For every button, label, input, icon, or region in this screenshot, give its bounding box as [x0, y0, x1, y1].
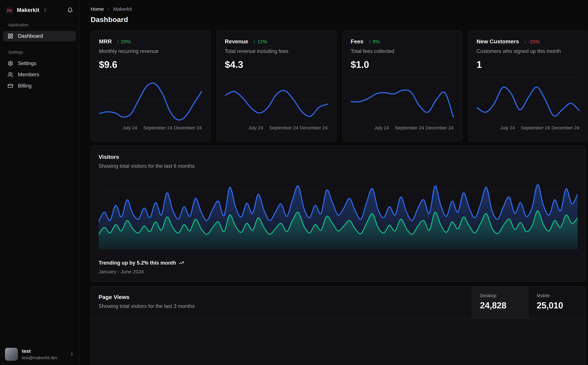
bell-icon[interactable]: [67, 7, 73, 13]
sidebar-item-label: Members: [18, 72, 39, 77]
workspace-selector[interactable]: m Makerkit: [6, 6, 47, 14]
stat-card-mrr: MRR ↑20% Monthly recurring revenue $9.6 …: [91, 30, 211, 141]
visitors-area-chart: [99, 174, 578, 249]
trend-badge: ↓-25%: [524, 39, 540, 44]
tab-desktop[interactable]: Desktop 24,828: [472, 287, 528, 319]
settings-icon: [8, 61, 13, 66]
fees-sparkline-chart: [351, 77, 454, 123]
x-axis-labels: July 24September 24December 24: [225, 125, 328, 131]
sidebar-item-label: Billing: [18, 83, 32, 89]
sidebar-item-members[interactable]: Members: [3, 70, 76, 80]
breadcrumb-current: Makerkit: [113, 6, 132, 12]
users-icon: [8, 72, 13, 77]
x-axis-labels: July 24September 24December 24: [351, 125, 454, 131]
sidebar-nav: Application Dashboard Settings Settings …: [0, 22, 79, 91]
main-content: Home Makerkit Dashboard MRR ↑20% Monthly…: [79, 0, 588, 365]
stat-title: Fees: [351, 38, 364, 45]
stat-card-fees: Fees ↑9% Total fees collected $1.0 July …: [342, 30, 462, 141]
stat-subtitle: Customers who signed up this month: [477, 48, 580, 54]
stat-subtitle: Monthly recurring revenue: [99, 48, 202, 54]
visitors-footer-range: January - June 2024: [99, 269, 578, 274]
tab-label: Mobile: [537, 293, 577, 298]
visitors-card: Visitors Showing total visitors for the …: [91, 146, 586, 282]
sidebar-item-label: Settings: [18, 60, 36, 66]
avatar: [5, 348, 18, 361]
sidebar: m Makerkit Application Dashboard Setting…: [0, 0, 79, 365]
layout-dashboard-icon: [8, 33, 13, 39]
chevron-right-icon: [106, 7, 111, 11]
x-axis-tick: July 24: [374, 125, 389, 131]
sidebar-item-settings[interactable]: Settings: [3, 58, 76, 69]
x-axis-tick: July 24: [500, 125, 515, 131]
x-axis-tick: July 24: [123, 125, 137, 131]
x-axis-tick: July 24: [249, 125, 263, 131]
chevrons-up-down-icon: [70, 352, 74, 356]
stat-value: 1: [477, 59, 580, 70]
stat-subtitle: Total fees collected: [351, 48, 454, 54]
tab-label: Desktop: [480, 293, 520, 298]
visitors-footer-title: Trending up by 5.2% this month: [99, 260, 176, 266]
section-label-application: Application: [0, 22, 79, 27]
x-axis-tick: September 24: [143, 125, 172, 131]
trend-badge: ↑20%: [117, 39, 131, 44]
stat-card-revenue: Revenue ↑12% Total revenue including fee…: [216, 30, 336, 141]
arrow-down-icon: ↓: [524, 39, 526, 44]
x-axis-labels: July 24September 24December 24: [477, 125, 580, 131]
stat-cards-row: MRR ↑20% Monthly recurring revenue $9.6 …: [91, 30, 586, 141]
page-views-title: Page Views: [99, 294, 195, 300]
arrow-up-icon: ↑: [117, 39, 119, 44]
user-menu[interactable]: test test@makerkit.dev: [0, 344, 79, 365]
section-label-settings: Settings: [0, 50, 79, 55]
sidebar-item-billing[interactable]: Billing: [3, 81, 76, 91]
new-customers-sparkline-chart: [477, 77, 580, 123]
arrow-up-icon: ↑: [253, 39, 256, 44]
user-name: test: [22, 348, 58, 354]
x-axis-tick: December 24: [300, 125, 327, 131]
x-axis-tick: December 24: [552, 125, 579, 131]
tab-value: 24,828: [480, 300, 520, 310]
tab-value: 25,010: [537, 300, 577, 310]
stat-card-new-customers: New Customers ↓-25% Customers who signed…: [468, 30, 588, 141]
page-views-tabs: Desktop 24,828 Mobile 25,010: [472, 287, 585, 319]
arrow-up-icon: ↑: [368, 39, 371, 44]
stat-subtitle: Total revenue including fees: [225, 48, 328, 54]
trend-badge: ↑12%: [253, 39, 267, 44]
mrr-sparkline-chart: [99, 77, 202, 123]
x-axis-tick: September 24: [521, 125, 550, 131]
stat-title: Revenue: [225, 38, 248, 45]
x-axis-tick: December 24: [426, 125, 453, 131]
visitors-subtitle: Showing total visitors for the last 6 mo…: [99, 163, 578, 169]
visitors-title: Visitors: [99, 154, 578, 160]
stat-title: MRR: [99, 38, 112, 45]
trend-badge: ↑9%: [368, 39, 380, 44]
chevrons-up-down-icon: [43, 8, 47, 12]
logo-letter: m: [7, 7, 12, 13]
credit-card-icon: [8, 83, 13, 89]
trending-up-icon: [179, 260, 184, 266]
tab-mobile[interactable]: Mobile 25,010: [528, 287, 585, 319]
user-email: test@makerkit.dev: [22, 355, 58, 360]
stat-title: New Customers: [477, 38, 519, 45]
stat-value: $4.3: [225, 59, 328, 70]
makerkit-logo: m: [6, 6, 13, 14]
breadcrumb: Home Makerkit: [91, 6, 586, 12]
page-title: Dashboard: [91, 15, 586, 24]
page-views-bar-chart: [100, 319, 581, 365]
sidebar-item-dashboard[interactable]: Dashboard: [3, 31, 76, 41]
page-views-card: Page Views Showing total visitors for th…: [91, 286, 586, 365]
x-axis-tick: December 24: [174, 125, 202, 131]
gridline: [100, 347, 581, 347]
workspace-name: Makerkit: [17, 7, 39, 13]
revenue-sparkline-chart: [225, 77, 328, 123]
stat-value: $9.6: [99, 59, 202, 70]
x-axis-tick: September 24: [395, 125, 424, 131]
sidebar-item-label: Dashboard: [18, 33, 43, 39]
x-axis-tick: September 24: [269, 125, 298, 131]
page-views-subtitle: Showing total visitors for the last 3 mo…: [99, 303, 195, 309]
breadcrumb-home-link[interactable]: Home: [91, 6, 104, 12]
stat-value: $1.0: [351, 59, 454, 70]
x-axis-labels: July 24September 24December 24: [99, 125, 202, 131]
